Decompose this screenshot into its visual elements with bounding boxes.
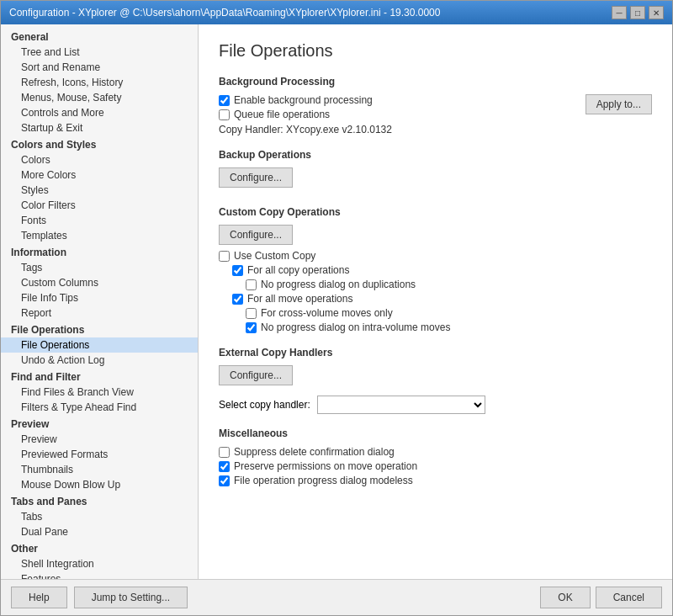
sidebar: General Tree and List Sort and Rename Re… <box>1 24 199 579</box>
sidebar-item-templates[interactable]: Templates <box>1 228 198 243</box>
queue-file-ops-checkbox[interactable] <box>219 109 230 120</box>
sidebar-item-tabs[interactable]: Tabs <box>1 509 198 524</box>
enable-bg-processing-checkbox[interactable] <box>219 95 230 106</box>
sidebar-item-mouse-down-blow-up[interactable]: Mouse Down Blow Up <box>1 477 198 492</box>
select-copy-handler-row: Select copy handler: <box>219 396 652 414</box>
suppress-delete-label: Suppress delete confirmation dialog <box>234 446 395 458</box>
bg-left: Enable background processing Queue file … <box>219 94 586 135</box>
sidebar-group-general: General <box>1 28 198 45</box>
close-button[interactable]: ✕ <box>649 6 664 19</box>
progress-dialog-label: File operation progress dialog modeless <box>234 475 413 486</box>
sidebar-item-report[interactable]: Report <box>1 305 198 321</box>
title-bar: Configuration - XYplorer @ C:\Users\ahor… <box>1 1 672 24</box>
external-copy-configure-button[interactable]: Configure... <box>219 365 293 385</box>
no-progress-dup-row: No progress dialog on duplications <box>219 279 652 290</box>
cross-volume-row: For cross-volume moves only <box>219 307 652 319</box>
sidebar-item-refresh-icons-history[interactable]: Refresh, Icons, History <box>1 75 198 90</box>
sidebar-item-thumbnails[interactable]: Thumbnails <box>1 462 198 477</box>
title-bar-buttons: ─ □ ✕ <box>612 6 664 19</box>
no-progress-intra-label: No progress dialog on intra-volume moves <box>261 321 450 333</box>
for-all-copy-checkbox[interactable] <box>232 265 243 276</box>
ok-button[interactable]: OK <box>540 587 590 608</box>
select-copy-handler-label: Select copy handler: <box>219 399 310 411</box>
sidebar-item-file-info-tips[interactable]: File Info Tips <box>1 290 198 305</box>
for-all-move-checkbox[interactable] <box>232 294 243 305</box>
custom-copy-title: Custom Copy Operations <box>219 206 652 218</box>
main-content: General Tree and List Sort and Rename Re… <box>1 24 672 579</box>
sidebar-item-menus-mouse-safety[interactable]: Menus, Mouse, Safety <box>1 90 198 105</box>
sidebar-item-color-filters[interactable]: Color Filters <box>1 198 198 213</box>
section-custom-copy: Custom Copy Operations Configure... Use … <box>219 206 652 333</box>
minimize-button[interactable]: ─ <box>612 6 627 19</box>
sidebar-item-undo-action-log[interactable]: Undo & Action Log <box>1 353 198 368</box>
use-custom-copy-row: Use Custom Copy <box>219 250 652 262</box>
for-all-move-row: For all move operations <box>219 293 652 305</box>
sidebar-item-colors[interactable]: Colors <box>1 152 198 167</box>
sidebar-item-tree-and-list[interactable]: Tree and List <box>1 45 198 60</box>
custom-copy-configure-button[interactable]: Configure... <box>219 225 293 245</box>
sidebar-group-find-filter: Find and Filter <box>1 368 198 385</box>
footer-right: OK Cancel <box>540 587 662 608</box>
sidebar-group-other: Other <box>1 539 198 556</box>
cross-volume-label: For cross-volume moves only <box>261 307 393 319</box>
sidebar-item-preview[interactable]: Preview <box>1 432 198 447</box>
maximize-button[interactable]: □ <box>630 6 645 19</box>
cancel-button[interactable]: Cancel <box>596 587 662 608</box>
sidebar-item-custom-columns[interactable]: Custom Columns <box>1 275 198 290</box>
sidebar-item-filters-type-ahead[interactable]: Filters & Type Ahead Find <box>1 400 198 415</box>
progress-dialog-row: File operation progress dialog modeless <box>219 475 652 486</box>
enable-bg-processing-row: Enable background processing <box>219 94 586 106</box>
page-title: File Operations <box>219 41 652 61</box>
sidebar-item-sort-and-rename[interactable]: Sort and Rename <box>1 60 198 75</box>
enable-bg-processing-label: Enable background processing <box>234 94 373 106</box>
help-button[interactable]: Help <box>11 587 67 608</box>
external-copy-title: External Copy Handlers <box>219 347 652 358</box>
copy-handler-text: Copy Handler: XYcopy.exe v2.10.0132 <box>219 124 586 135</box>
section-external-copy: External Copy Handlers Configure... Sele… <box>219 347 652 414</box>
miscellaneous-title: Miscellaneous <box>219 427 652 439</box>
sidebar-item-tags[interactable]: Tags <box>1 260 198 275</box>
for-all-move-label: For all move operations <box>247 293 352 305</box>
copy-handler-select[interactable] <box>317 396 485 414</box>
sidebar-item-dual-pane[interactable]: Dual Pane <box>1 524 198 539</box>
sidebar-item-shell-integration[interactable]: Shell Integration <box>1 556 198 571</box>
sidebar-item-fonts[interactable]: Fonts <box>1 213 198 228</box>
window-title: Configuration - XYplorer @ C:\Users\ahor… <box>9 7 440 19</box>
sidebar-item-previewed-formats[interactable]: Previewed Formats <box>1 447 198 462</box>
preserve-permissions-row: Preserve permissions on move operation <box>219 460 652 472</box>
no-progress-dup-checkbox[interactable] <box>246 279 257 290</box>
suppress-delete-checkbox[interactable] <box>219 447 230 458</box>
backup-configure-button[interactable]: Configure... <box>219 167 293 188</box>
jump-to-setting-button[interactable]: Jump to Setting... <box>74 587 188 608</box>
sidebar-item-styles[interactable]: Styles <box>1 183 198 198</box>
queue-file-ops-label: Queue file operations <box>234 109 330 120</box>
sidebar-group-file-operations: File Operations <box>1 321 198 337</box>
footer: Help Jump to Setting... OK Cancel <box>1 579 672 615</box>
for-all-copy-label: For all copy operations <box>247 264 349 276</box>
no-progress-dup-label: No progress dialog on duplications <box>261 279 416 290</box>
sidebar-item-file-operations[interactable]: File Operations <box>1 337 198 353</box>
preserve-permissions-label: Preserve permissions on move operation <box>234 460 417 472</box>
suppress-delete-row: Suppress delete confirmation dialog <box>219 446 652 458</box>
no-progress-intra-checkbox[interactable] <box>246 322 257 333</box>
use-custom-copy-label: Use Custom Copy <box>234 250 315 262</box>
content-area: File Operations Background Processing En… <box>199 24 672 579</box>
sidebar-item-find-files-branch-view[interactable]: Find Files & Branch View <box>1 385 198 400</box>
sidebar-item-controls-and-more[interactable]: Controls and More <box>1 105 198 120</box>
section-background-processing: Background Processing Enable background … <box>219 76 652 135</box>
sidebar-item-startup-exit[interactable]: Startup & Exit <box>1 120 198 135</box>
use-custom-copy-checkbox[interactable] <box>219 251 230 262</box>
sidebar-item-more-colors[interactable]: More Colors <box>1 167 198 183</box>
sidebar-group-colors-styles: Colors and Styles <box>1 135 198 152</box>
preserve-permissions-checkbox[interactable] <box>219 461 230 472</box>
sidebar-item-features[interactable]: Features <box>1 571 198 579</box>
sidebar-group-information: Information <box>1 243 198 260</box>
section-backup-operations: Backup Operations Configure... <box>219 149 652 193</box>
bg-processing-row: Enable background processing Queue file … <box>219 94 652 135</box>
sidebar-group-tabs-panes: Tabs and Panes <box>1 492 198 509</box>
apply-to-button[interactable]: Apply to... <box>586 94 652 114</box>
backup-operations-title: Backup Operations <box>219 149 652 161</box>
progress-dialog-checkbox[interactable] <box>219 475 230 486</box>
queue-file-ops-row: Queue file operations <box>219 109 586 120</box>
cross-volume-checkbox[interactable] <box>246 308 257 319</box>
